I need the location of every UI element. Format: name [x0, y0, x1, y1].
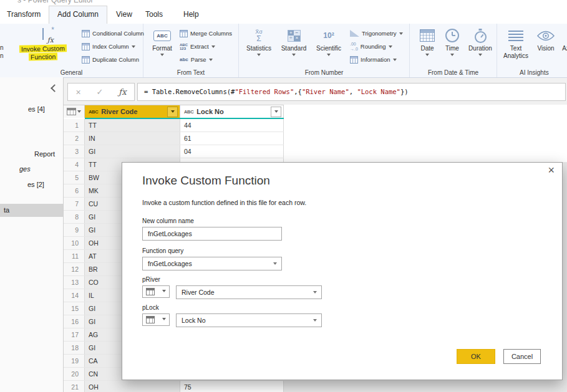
column-name: Lock No — [196, 108, 271, 115]
cell-lock-no[interactable]: 44 — [180, 119, 284, 131]
row-number[interactable]: 8 — [64, 211, 85, 223]
conditional-column-label: Conditional Column — [92, 30, 144, 37]
row-number[interactable]: 5 — [64, 171, 85, 184]
formula-input[interactable]: = Table.RemoveColumns(#"Filtered Rows",{… — [137, 83, 566, 101]
function-query-dropdown[interactable]: fnGetLockages — [142, 257, 282, 270]
fx-icon[interactable]: ƒx — [119, 87, 126, 97]
ribbon-group-ai-insights: Text Analytics Vision Az AI Insights — [497, 24, 567, 77]
dropdown-caret-icon — [313, 291, 317, 295]
extract-button[interactable]: ABC123 Extract — [180, 40, 232, 53]
sidebar-item[interactable]: ta — [4, 206, 9, 214]
sidebar-item[interactable]: es [2] — [27, 181, 44, 188]
column-name: River Code — [101, 108, 167, 115]
text-analytics-button[interactable]: Text Analytics — [500, 26, 532, 60]
commit-formula-icon[interactable]: ✓ — [97, 87, 104, 97]
cancel-formula-icon[interactable]: × — [75, 87, 80, 97]
ok-button[interactable]: OK — [457, 349, 495, 364]
index-column-button[interactable]: Index Column — [82, 40, 144, 53]
plock-column-dropdown[interactable]: Lock No — [176, 313, 322, 327]
row-number[interactable]: 6 — [64, 184, 85, 197]
function-query-label: Function query — [142, 247, 183, 254]
row-number[interactable]: 17 — [64, 328, 85, 341]
row-number[interactable]: 12 — [64, 263, 85, 275]
column-header-lock-no[interactable]: ABC Lock No — [180, 105, 284, 118]
plock-type-selector[interactable] — [142, 313, 170, 326]
tab-view[interactable]: View — [114, 6, 135, 24]
table-select-all-button[interactable] — [64, 105, 85, 118]
cell-river-code[interactable]: OH — [85, 381, 180, 392]
statistics-button[interactable]: X̄σΣ Statistics — [243, 26, 275, 58]
rounding-icon: .00→.0 — [350, 42, 358, 51]
cell-lock-no[interactable]: 61 — [180, 132, 284, 145]
priver-type-selector[interactable] — [142, 285, 170, 298]
duration-icon — [475, 31, 487, 43]
row-number[interactable]: 15 — [64, 302, 85, 315]
row-number[interactable]: 3 — [64, 145, 85, 158]
sidebar-item[interactable]: es [4] — [28, 105, 45, 113]
tab-tools[interactable]: Tools — [143, 6, 165, 24]
close-icon[interactable]: × — [548, 164, 555, 177]
row-number[interactable]: 7 — [64, 198, 85, 210]
cell-river-code[interactable]: GI — [85, 145, 180, 158]
scientific-button[interactable]: 10² Scientific — [313, 26, 345, 58]
column-filter-button[interactable] — [271, 107, 281, 117]
group-label-general: General — [0, 69, 143, 76]
row-number[interactable]: 20 — [64, 368, 85, 380]
merge-columns-button[interactable]: Merge Columns — [180, 27, 232, 40]
format-button[interactable]: ABC Format — [148, 26, 176, 58]
column-header-river-code[interactable]: ABC River Code — [85, 105, 180, 118]
dropdown-caret-icon — [425, 54, 429, 58]
tab-add-column[interactable]: Add Column — [49, 6, 107, 24]
azure-ml-button-clipped[interactable]: Az — [560, 26, 567, 52]
duration-button[interactable]: Duration — [466, 26, 495, 58]
date-label: Date — [416, 45, 439, 52]
sidebar-item[interactable]: ges — [19, 165, 31, 173]
table-row: 3GI04 — [64, 145, 284, 158]
invoke-custom-function-dialog: × Invoke Custom Function Invoke a custom… — [122, 162, 563, 380]
priver-column-dropdown[interactable]: River Code — [176, 285, 322, 299]
date-button[interactable]: Date — [416, 26, 439, 58]
date-icon — [420, 29, 435, 42]
row-number[interactable]: 11 — [64, 250, 85, 262]
index-column-label: Index Column — [92, 43, 129, 50]
row-number[interactable]: 18 — [64, 342, 85, 354]
cell-river-code[interactable]: TT — [85, 119, 180, 131]
sidebar-item[interactable]: Report — [34, 150, 55, 158]
row-number[interactable]: 14 — [64, 289, 85, 302]
time-button[interactable]: Time — [441, 26, 463, 58]
new-column-name-input[interactable] — [142, 227, 282, 241]
duration-label: Duration — [466, 45, 495, 52]
tab-help[interactable]: Help — [181, 6, 201, 24]
column-filter-button[interactable] — [167, 107, 178, 117]
row-number[interactable]: 16 — [64, 315, 85, 328]
rounding-button[interactable]: .00→.0 Rounding — [350, 40, 403, 53]
invoke-custom-function-button[interactable]: * ƒx Invoke Custom Function — [7, 26, 79, 61]
row-number[interactable]: 19 — [64, 355, 85, 367]
row-number[interactable]: 10 — [64, 237, 85, 249]
row-number[interactable]: 13 — [64, 276, 85, 289]
row-number[interactable]: 2 — [64, 132, 85, 145]
trigonometry-button[interactable]: Trigonometry — [350, 27, 403, 40]
cancel-button[interactable]: Cancel — [503, 349, 541, 364]
dropdown-caret-icon — [478, 54, 482, 58]
information-button[interactable]: Information — [350, 53, 403, 66]
plock-row: Lock No — [142, 313, 317, 327]
cell-river-code[interactable]: IN — [85, 132, 180, 145]
conditional-column-button[interactable]: Conditional Column — [82, 27, 144, 40]
row-number[interactable]: 1 — [64, 119, 85, 131]
collapse-queries-chevron-icon[interactable] — [51, 84, 59, 92]
row-number[interactable]: 21 — [64, 381, 85, 392]
cell-lock-no[interactable]: 04 — [180, 145, 284, 158]
parse-button[interactable]: abc Parse — [180, 53, 232, 66]
tab-transform[interactable]: Transform — [4, 6, 43, 24]
standard-button[interactable]: +− ÷× Standard — [278, 26, 310, 58]
vision-button[interactable]: Vision — [533, 26, 558, 52]
trigonometry-icon — [350, 30, 359, 37]
row-number[interactable]: 4 — [64, 158, 85, 171]
formula-segment: "Lock Name" — [357, 88, 400, 95]
cell-lock-no[interactable]: 75 — [180, 381, 284, 392]
row-number[interactable]: 9 — [64, 224, 85, 236]
information-icon — [350, 56, 358, 64]
dropdown-caret-icon — [132, 45, 135, 50]
duplicate-column-button[interactable]: Duplicate Column — [82, 53, 144, 66]
